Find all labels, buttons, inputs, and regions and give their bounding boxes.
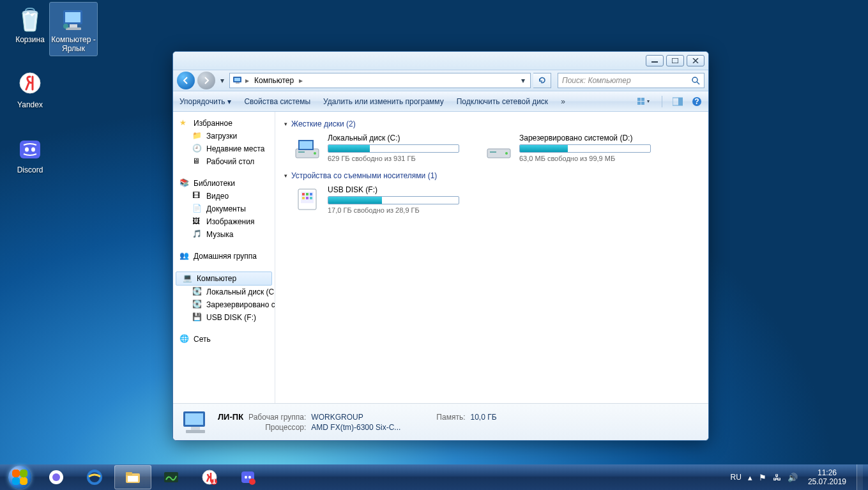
sidebar-item-desktop[interactable]: 🖥Рабочий стол (173, 155, 275, 168)
svg-rect-14 (236, 82, 240, 84)
computer-icon: 💻 (183, 273, 193, 284)
svg-rect-17 (641, 98, 644, 101)
sidebar-homegroup[interactable]: 👥Домашняя группа (173, 250, 275, 263)
forward-button[interactable] (197, 72, 215, 89)
svg-rect-43 (186, 430, 205, 433)
capacity-bar (328, 196, 459, 204)
sidebar-item-drive-c[interactable]: 💽Локальный диск (C:) (173, 286, 275, 298)
sidebar-item-drive-f[interactable]: 💾USB DISK (F:) (173, 311, 275, 324)
drive-f[interactable]: USB DISK (F:) 17,0 ГБ свободно из 28,9 Г… (293, 185, 459, 214)
network-icon[interactable]: 🖧 (773, 473, 781, 482)
sidebar-item-downloads[interactable]: 📁Загрузки (173, 130, 275, 142)
free-space-text: 17,0 ГБ свободно из 28,9 ГБ (328, 206, 459, 214)
svg-rect-42 (191, 427, 200, 430)
organize-menu[interactable]: Упорядочить ▾ (179, 97, 231, 106)
system-properties-button[interactable]: Свойства системы (244, 97, 310, 106)
show-hidden-icons[interactable]: ▴ (748, 473, 752, 482)
action-center-icon[interactable]: ⚑ (759, 473, 766, 482)
minimize-button[interactable] (646, 55, 664, 66)
sidebar-libraries[interactable]: 📚Библиотеки (173, 177, 275, 190)
svg-rect-10 (651, 61, 658, 63)
taskbar-pinned-ie[interactable] (76, 465, 113, 489)
workgroup-value: WORKGROUP (311, 413, 400, 422)
usb-icon: 💾 (192, 312, 202, 323)
desktop-icon-yandex[interactable]: Yandex (6, 68, 54, 112)
drive-d[interactable]: Зарезервировано системой (D:) 63,0 МБ св… (485, 134, 651, 162)
help-button[interactable]: ? (692, 96, 702, 107)
start-button[interactable] (3, 464, 37, 490)
nav-history-dropdown[interactable]: ▾ (218, 72, 227, 89)
libraries-icon: 📚 (179, 178, 190, 188)
explorer-window: ▾ ▸ Компьютер ▸ ▾ Поиск: Компьютер Упоря… (172, 51, 709, 441)
sidebar-item-pictures[interactable]: 🖼Изображения (173, 215, 275, 228)
clock-time: 11:26 (808, 468, 846, 477)
pictures-icon: 🖼 (192, 217, 202, 227)
svg-rect-48 (126, 472, 132, 475)
desktop-icon-recycle-bin[interactable]: Корзина (6, 3, 54, 47)
svg-point-9 (31, 148, 35, 152)
volume-icon[interactable]: 🔊 (788, 473, 798, 482)
sidebar-item-recent[interactable]: 🕘Недавние места (173, 142, 275, 155)
recent-icon: 🕘 (192, 144, 202, 154)
titlebar[interactable] (173, 52, 708, 70)
sidebar-favorites[interactable]: ★Избранное (173, 117, 275, 130)
taskbar-yandex-browser[interactable]: 1 (191, 465, 228, 489)
collapse-icon: ▾ (284, 172, 287, 179)
toolbar-overflow[interactable]: » (561, 97, 565, 106)
address-bar[interactable]: ▸ Компьютер ▸ ▾ (229, 73, 531, 88)
language-indicator[interactable]: RU (731, 473, 742, 482)
svg-rect-34 (302, 193, 305, 195)
svg-rect-13 (234, 78, 240, 81)
address-dropdown[interactable]: ▾ (519, 76, 528, 85)
map-network-drive-button[interactable]: Подключить сетевой диск (457, 97, 548, 106)
taskbar-pinned-yandex[interactable] (38, 465, 75, 489)
group-header-removable[interactable]: ▾Устройства со съемными носителями (1) (284, 171, 699, 180)
show-desktop-button[interactable] (857, 464, 863, 490)
refresh-button[interactable] (533, 73, 551, 88)
svg-rect-37 (302, 197, 305, 199)
maximize-button[interactable] (666, 55, 684, 66)
taskbar: 1 RU ▴ ⚑ 🖧 🔊 11:26 25.07.2019 (0, 464, 868, 490)
svg-point-0 (22, 10, 38, 14)
sidebar-item-music[interactable]: 🎵Музыка (173, 228, 275, 241)
drive-label: Зарезервировано системой (D:) (519, 134, 651, 142)
close-button[interactable] (687, 55, 704, 66)
clock[interactable]: 11:26 25.07.2019 (804, 468, 850, 487)
details-pane: ЛИ-ПК Рабочая группа: WORKGROUP Память: … (173, 403, 708, 440)
group-header-hdd[interactable]: ▾Жесткие диски (2) (284, 119, 699, 128)
svg-rect-25 (298, 151, 305, 153)
taskbar-pinned-app[interactable] (153, 465, 190, 489)
sidebar-item-videos[interactable]: 🎞Видео (173, 190, 275, 203)
back-button[interactable] (177, 72, 195, 89)
uninstall-program-button[interactable]: Удалить или изменить программу (323, 97, 444, 106)
taskbar-discord[interactable] (229, 465, 266, 489)
svg-point-5 (63, 24, 68, 29)
svg-text:1: 1 (212, 477, 217, 486)
preview-pane-button[interactable] (673, 97, 683, 106)
svg-rect-35 (306, 193, 308, 195)
content-pane[interactable]: ▾Жесткие диски (2) Локальный диск (C:) 6… (275, 112, 708, 403)
svg-rect-11 (672, 58, 678, 63)
taskbar-explorer[interactable] (114, 465, 151, 489)
music-icon: 🎵 (192, 229, 202, 240)
svg-rect-36 (310, 193, 312, 195)
desktop-icon-discord[interactable]: Discord (6, 133, 54, 177)
hdd-icon: 💽 (192, 287, 202, 297)
drive-c[interactable]: Локальный диск (C:) 629 ГБ свободно из 9… (293, 134, 459, 162)
sidebar-network[interactable]: 🌐Сеть (173, 333, 275, 346)
chevron-right-icon[interactable]: ▸ (299, 76, 303, 85)
svg-point-56 (248, 476, 251, 479)
search-input[interactable]: Поиск: Компьютер (558, 73, 704, 88)
windows-orb-icon (8, 466, 31, 489)
capacity-bar (519, 144, 651, 153)
view-menu[interactable] (637, 97, 651, 106)
sidebar-computer[interactable]: 💻Компьютер (176, 272, 272, 286)
sidebar-item-documents[interactable]: 📄Документы (173, 203, 275, 215)
chevron-right-icon: ▸ (245, 76, 249, 85)
desktop-icon-computer[interactable]: Компьютер - Ярлык (50, 3, 97, 56)
breadcrumb-computer[interactable]: Компьютер (252, 76, 296, 85)
svg-point-45 (52, 473, 60, 481)
svg-point-31 (505, 152, 508, 155)
sidebar-item-drive-d[interactable]: 💽Зарезервировано системой (D:) (173, 298, 275, 311)
svg-rect-4 (66, 27, 81, 30)
